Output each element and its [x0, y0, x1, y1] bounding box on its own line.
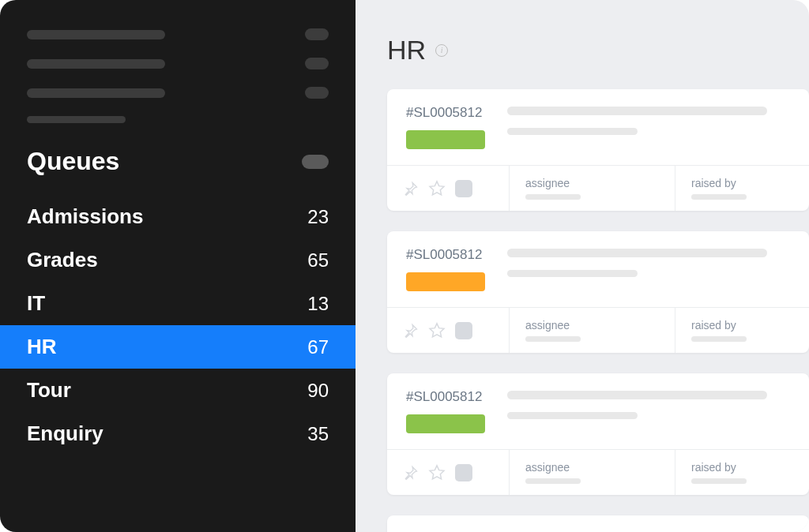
stub-bar [27, 30, 165, 39]
queue-count: 23 [307, 206, 329, 228]
stub-bar [507, 412, 638, 419]
ticket-raisedby-cell: raised by [675, 308, 809, 353]
stub-bar [27, 88, 165, 98]
ticket-card[interactable]: #SL0005812 [387, 515, 809, 532]
placeholder-square[interactable] [455, 180, 472, 197]
info-icon[interactable]: i [435, 44, 448, 57]
placeholder-square[interactable] [455, 322, 472, 339]
ticket-summary: #SL0005812 [387, 515, 809, 532]
ticket-assignee-cell: assignee [510, 166, 675, 211]
stub-bar [507, 270, 638, 277]
queue-label: IT [27, 291, 45, 316]
main-panel: HR i #SL0005812 [356, 0, 809, 532]
star-icon[interactable] [428, 464, 446, 481]
ticket-meta-row: assignee raised by [387, 449, 809, 495]
queue-item-grades[interactable]: Grades 65 [0, 238, 356, 282]
stub-bar [691, 194, 747, 200]
stub-bar [27, 59, 165, 69]
ticket-list: #SL0005812 [387, 89, 809, 532]
queues-count-badge [302, 155, 329, 169]
queue-item-hr[interactable]: HR 67 [0, 325, 356, 369]
status-chip [406, 130, 485, 149]
assignee-label: assignee [525, 461, 581, 474]
ticket-card[interactable]: #SL0005812 [387, 231, 809, 353]
stub-pill [305, 28, 329, 40]
queue-item-enquiry[interactable]: Enquiry 35 [0, 412, 356, 455]
sidebar-stub-2 [0, 58, 356, 69]
queue-label: Grades [27, 248, 98, 272]
queue-item-it[interactable]: IT 13 [0, 282, 356, 325]
queue-label: HR [27, 335, 57, 359]
stub-bar [507, 391, 767, 399]
ticket-content-stub [507, 389, 790, 419]
ticket-summary: #SL0005812 [387, 231, 809, 307]
ticket-id-block: #SL0005812 [406, 105, 485, 149]
ticket-id: #SL0005812 [406, 105, 485, 121]
queue-item-admissions[interactable]: Admissions 23 [0, 195, 356, 238]
queue-item-tour[interactable]: Tour 90 [0, 369, 356, 412]
ticket-actions [387, 450, 510, 495]
queue-label: Enquiry [27, 421, 103, 446]
ticket-id-block: #SL0005812 [406, 389, 485, 433]
stub-bar [507, 128, 638, 135]
raisedby-label: raised by [691, 319, 747, 332]
stub-bar [525, 478, 581, 484]
status-chip [406, 272, 485, 291]
stub-bar [507, 107, 767, 115]
assignee-label: assignee [525, 319, 581, 332]
stub-bar [691, 478, 747, 484]
queue-label: Admissions [27, 204, 143, 229]
page-title: HR [387, 35, 426, 66]
stub-pill [305, 58, 329, 69]
sidebar-stub-3 [0, 87, 356, 99]
queue-count: 65 [307, 249, 329, 272]
ticket-actions [387, 308, 510, 353]
status-chip [406, 414, 485, 433]
app-root: Queues Admissions 23 Grades 65 IT 13 HR … [0, 0, 809, 532]
ticket-assignee-cell: assignee [510, 308, 675, 353]
raisedby-label: raised by [691, 461, 747, 474]
ticket-card[interactable]: #SL0005812 [387, 89, 809, 211]
ticket-id: #SL0005812 [406, 247, 485, 263]
star-icon[interactable] [428, 322, 446, 339]
stub-bar [525, 194, 581, 200]
ticket-meta-row: assignee raised by [387, 165, 809, 211]
queue-count: 90 [307, 380, 329, 402]
ticket-raisedby-cell: raised by [675, 450, 809, 495]
ticket-meta-row: assignee raised by [387, 307, 809, 353]
queue-count: 35 [307, 423, 329, 445]
ticket-id: #SL0005812 [406, 389, 485, 405]
stub-bar [507, 249, 767, 257]
queues-section-header: Queues [0, 147, 356, 176]
placeholder-square[interactable] [455, 464, 472, 481]
queues-nav: Admissions 23 Grades 65 IT 13 HR 67 Tour… [0, 195, 356, 455]
sidebar-stub-1 [0, 28, 356, 40]
raisedby-label: raised by [691, 177, 747, 189]
pin-icon[interactable] [403, 323, 419, 339]
ticket-card[interactable]: #SL0005812 [387, 373, 809, 495]
queue-count: 13 [307, 293, 329, 315]
pin-icon[interactable] [403, 181, 419, 197]
main-header: HR i [387, 35, 809, 66]
sidebar: Queues Admissions 23 Grades 65 IT 13 HR … [0, 0, 356, 532]
ticket-id-block: #SL0005812 [406, 247, 485, 291]
ticket-summary: #SL0005812 [387, 373, 809, 449]
star-icon[interactable] [428, 180, 446, 197]
ticket-summary: #SL0005812 [387, 89, 809, 165]
ticket-assignee-cell: assignee [510, 450, 675, 495]
stub-bar [525, 336, 581, 342]
stub-pill [305, 87, 329, 99]
queue-count: 67 [307, 336, 329, 358]
ticket-raisedby-cell: raised by [675, 166, 809, 211]
ticket-content-stub [507, 105, 790, 135]
ticket-content-stub [507, 247, 790, 277]
queue-label: Tour [27, 378, 71, 403]
stub-bar [691, 336, 747, 342]
stub-bar [27, 116, 126, 123]
sidebar-stub-4 [0, 116, 356, 123]
ticket-actions [387, 166, 510, 211]
assignee-label: assignee [525, 177, 581, 189]
queues-title: Queues [27, 147, 119, 176]
pin-icon[interactable] [403, 465, 419, 481]
